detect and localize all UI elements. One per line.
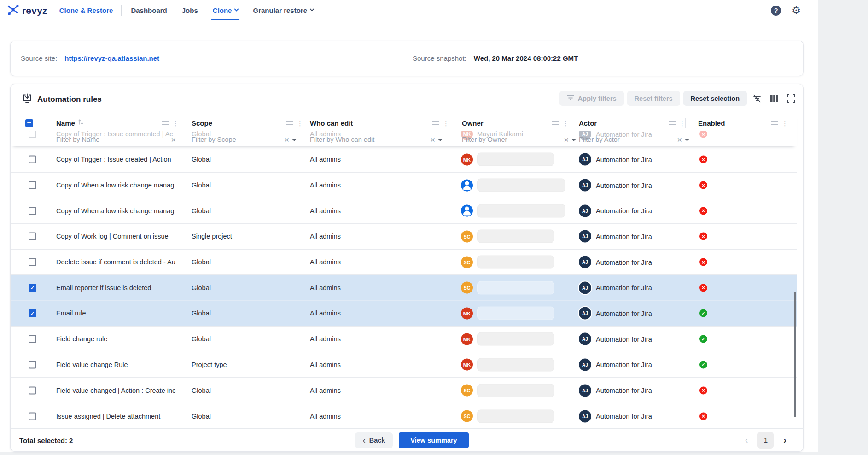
- columns-icon[interactable]: [767, 92, 781, 105]
- nav-item-dashboard[interactable]: Dashboard: [131, 0, 167, 21]
- chevron-down-icon: [310, 7, 315, 12]
- rule-name: Field value change Rule: [56, 361, 181, 368]
- table-row[interactable]: Field value change Rule Project type All…: [11, 352, 797, 378]
- clear-filter-icon[interactable]: ×: [564, 137, 569, 143]
- row-checkbox[interactable]: ✓: [29, 284, 36, 292]
- table-row[interactable]: Field change rule Global All admins MK A…: [11, 327, 797, 352]
- clear-filter-icon[interactable]: ×: [171, 137, 176, 143]
- nav-item-jobs[interactable]: Jobs: [182, 0, 198, 21]
- column-resize-icon[interactable]: [771, 121, 778, 125]
- filter-dropdown-icon[interactable]: [438, 139, 443, 141]
- column-menu-icon[interactable]: ⋮: [443, 120, 449, 127]
- column-menu-icon[interactable]: ⋮: [781, 120, 788, 127]
- filter-off-icon[interactable]: [750, 92, 764, 105]
- product-link[interactable]: Clone & Restore: [59, 6, 113, 14]
- table-row[interactable]: ✓ Email rule Global All admins MK AJ Aut…: [11, 301, 797, 327]
- select-all-checkbox[interactable]: [25, 119, 33, 127]
- filter-icon: [567, 94, 574, 102]
- owner-avatar: [461, 205, 473, 217]
- table-row[interactable]: Copy of Trigger : Issue created | Action…: [11, 147, 797, 173]
- table-row[interactable]: Copy of When a low risk change manag Glo…: [11, 173, 797, 198]
- column-filters-row: × × × × ×: [11, 131, 797, 146]
- column-header-enabled[interactable]: Enabled ⋮: [698, 115, 788, 131]
- filter-owner-input[interactable]: [462, 136, 561, 143]
- row-checkbox[interactable]: [29, 361, 36, 368]
- column-resize-icon[interactable]: [552, 121, 559, 125]
- source-snapshot-label: Source snapshot:: [413, 54, 466, 62]
- owner-avatar: SC: [461, 385, 473, 397]
- row-checkbox[interactable]: ✓: [29, 309, 36, 317]
- table-row[interactable]: Copy of Work log | Comment on issue Sing…: [11, 224, 797, 250]
- column-header-name[interactable]: Name ⋮: [56, 115, 179, 131]
- row-checkbox[interactable]: [29, 412, 36, 420]
- filter-dropdown-icon[interactable]: [685, 139, 689, 141]
- column-resize-icon[interactable]: [286, 121, 293, 125]
- pager-prev-icon[interactable]: ‹: [745, 435, 748, 445]
- fullscreen-icon[interactable]: [784, 92, 798, 105]
- view-summary-button[interactable]: View summary: [399, 432, 469, 448]
- row-checkbox[interactable]: [29, 207, 36, 215]
- filter-dropdown-icon[interactable]: [571, 139, 576, 141]
- column-header-scope[interactable]: Scope ⋮: [192, 115, 303, 131]
- owner-name-redacted: [477, 384, 554, 397]
- clear-filter-icon[interactable]: ×: [284, 137, 289, 143]
- toolbar: Apply filters Reset filters Reset select…: [559, 91, 798, 106]
- total-selected-label: Total selected: 2: [19, 436, 73, 444]
- column-header-actor[interactable]: Actor ⋮: [579, 115, 686, 131]
- column-resize-icon[interactable]: [162, 121, 169, 125]
- row-checkbox[interactable]: [29, 181, 36, 189]
- column-menu-icon[interactable]: ⋮: [679, 120, 686, 127]
- source-snapshot-group: Source snapshot: Wed, 20 Mar 2024 08:00:…: [413, 41, 578, 76]
- back-button[interactable]: ‹ Back: [355, 432, 393, 448]
- sort-icon[interactable]: [78, 119, 83, 127]
- column-menu-icon[interactable]: ⋮: [562, 120, 569, 127]
- owner-name-redacted: [477, 256, 554, 269]
- rule-who-can-edit: All admins: [310, 181, 341, 189]
- filter-actor-input[interactable]: [579, 136, 674, 143]
- table-footer: Total selected: 2 ‹ Back View summary ‹ …: [11, 428, 804, 451]
- vertical-scrollbar[interactable]: [794, 292, 796, 417]
- rule-scope: Global: [192, 181, 211, 189]
- clear-filter-icon[interactable]: ×: [430, 137, 435, 143]
- table-body: Copy of Trigger : Issue created | Action…: [11, 147, 797, 429]
- enabled-badge: ×: [699, 412, 707, 420]
- row-checkbox[interactable]: [29, 156, 36, 163]
- rule-actor: Automation for Jira: [596, 207, 652, 215]
- rule-scope: Project type: [192, 361, 227, 368]
- table-row[interactable]: Issue assigned | Delete attachment Globa…: [11, 403, 797, 429]
- table-row[interactable]: ✓ Email reporter if issue is deleted Glo…: [11, 275, 797, 301]
- row-checkbox[interactable]: [29, 233, 36, 240]
- filter-name-input[interactable]: [56, 136, 168, 143]
- gear-icon[interactable]: ⚙: [792, 6, 801, 16]
- rule-name: Copy of When a low risk change manag: [56, 207, 181, 215]
- pager-page-1[interactable]: 1: [757, 432, 774, 449]
- nav-item-granular-restore[interactable]: Granular restore: [253, 0, 314, 21]
- pager-next-icon[interactable]: ›: [783, 435, 786, 445]
- row-checkbox[interactable]: [29, 386, 36, 394]
- table-row[interactable]: Deelete issue if comment is deleted - Au…: [11, 250, 797, 275]
- column-header-who-can-edit[interactable]: Who can edit ⋮: [310, 115, 449, 131]
- row-checkbox[interactable]: [29, 335, 36, 343]
- enabled-badge: ×: [699, 156, 707, 163]
- help-icon[interactable]: ?: [771, 6, 781, 16]
- filter-who-can-edit-input[interactable]: [310, 136, 427, 143]
- clear-filter-icon[interactable]: ×: [677, 137, 682, 143]
- reset-selection-button[interactable]: Reset selection: [683, 91, 747, 106]
- filter-scope-input[interactable]: [192, 136, 281, 143]
- source-site-link[interactable]: https://revyz-qa.atlassian.net: [64, 54, 159, 62]
- brand[interactable]: revyz: [6, 3, 47, 18]
- apply-filters-button[interactable]: Apply filters: [559, 91, 624, 106]
- table-row[interactable]: Copy of When a low risk change manag Glo…: [11, 198, 797, 224]
- column-resize-icon[interactable]: [669, 121, 676, 125]
- rule-name: Copy of Work log | Comment on issue: [56, 233, 181, 240]
- filter-dropdown-icon[interactable]: [292, 139, 297, 141]
- row-checkbox[interactable]: [29, 258, 36, 266]
- column-menu-icon[interactable]: ⋮: [172, 120, 179, 127]
- reset-filters-button[interactable]: Reset filters: [627, 91, 680, 106]
- nav-item-clone[interactable]: Clone: [213, 0, 239, 21]
- column-resize-icon[interactable]: [432, 121, 439, 125]
- column-header-owner[interactable]: Owner ⋮: [462, 115, 569, 131]
- table-row[interactable]: Field value changed | Action : Create in…: [11, 378, 797, 403]
- column-menu-icon[interactable]: ⋮: [297, 120, 303, 127]
- rule-who-can-edit: All admins: [310, 309, 341, 317]
